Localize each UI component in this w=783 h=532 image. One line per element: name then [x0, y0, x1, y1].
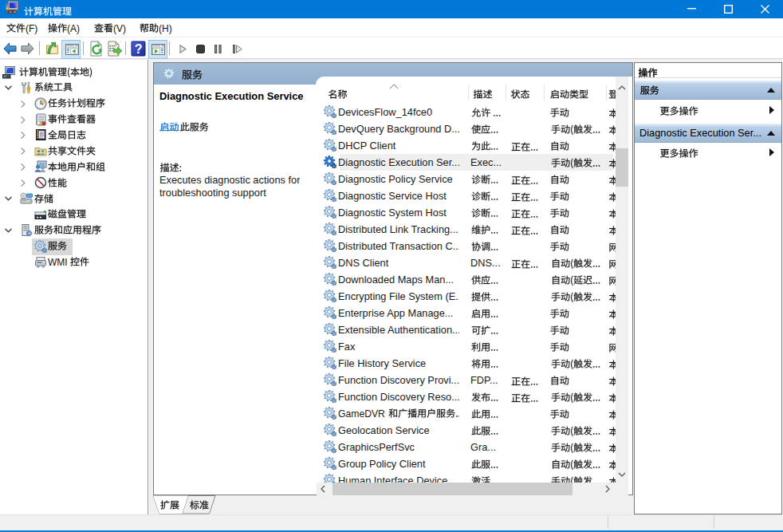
svg-text:?: ?: [135, 42, 143, 56]
